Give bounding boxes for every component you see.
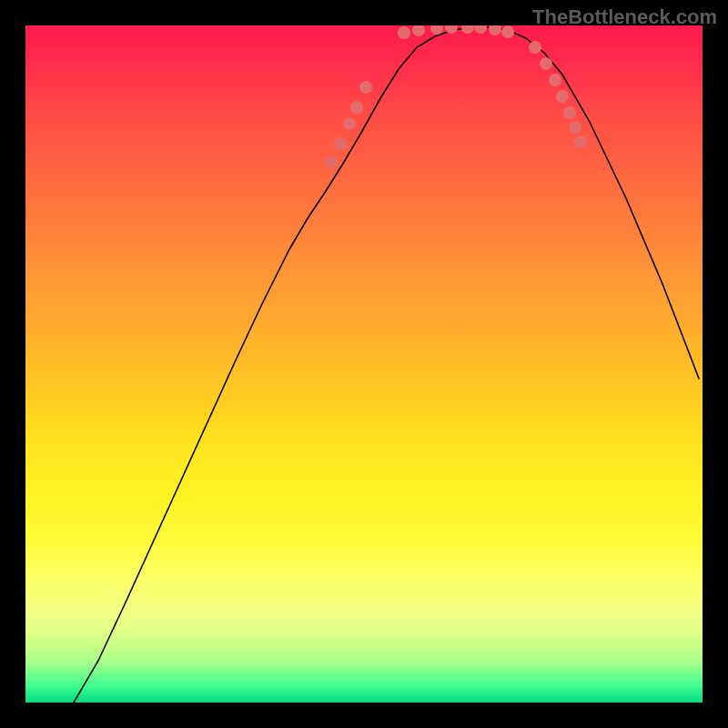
chart-curve-line [74, 27, 699, 703]
highlight-dot [334, 137, 347, 150]
highlight-dot [343, 117, 356, 130]
watermark-text: TheBottleneck.com [532, 5, 717, 29]
highlight-dot [474, 25, 487, 34]
highlight-dot [359, 81, 372, 94]
highlight-dot [563, 106, 576, 119]
highlight-dot [325, 156, 338, 168]
highlight-dot [501, 25, 514, 38]
highlight-dot [556, 90, 569, 103]
highlight-dot [540, 57, 552, 70]
highlight-dot [569, 121, 581, 134]
highlight-dot [350, 101, 363, 114]
highlight-dot [529, 41, 541, 54]
highlight-dot [489, 25, 501, 35]
highlight-dot [549, 74, 561, 86]
chart-plot-area [25, 25, 703, 703]
highlight-dot [574, 136, 587, 148]
chart-highlight-dots [325, 25, 587, 168]
chart-svg [25, 25, 703, 703]
highlight-dot [412, 25, 425, 36]
highlight-dot [461, 25, 474, 34]
highlight-dot [430, 25, 443, 35]
highlight-dot [398, 26, 410, 39]
